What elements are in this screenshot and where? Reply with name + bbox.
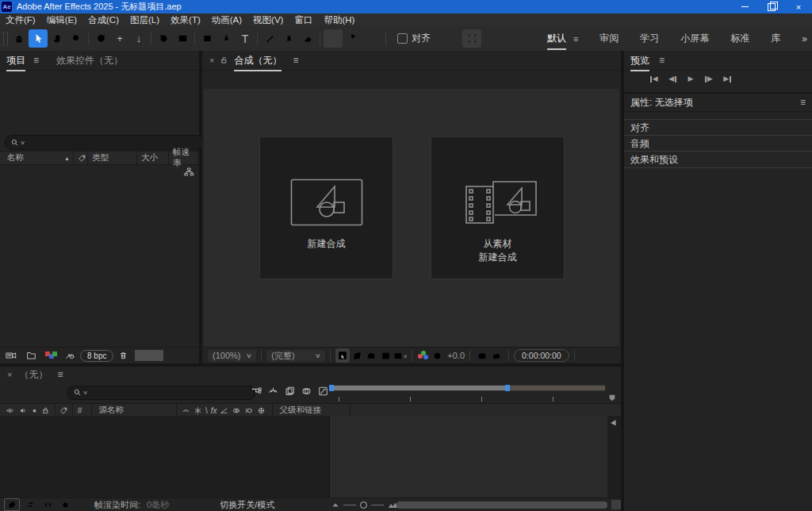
layer-number-column[interactable]: # <box>78 406 82 415</box>
snap-checkbox[interactable] <box>397 33 408 44</box>
workspace-menu-icon[interactable]: ≡ <box>573 34 578 44</box>
interpret-footage-button[interactable] <box>5 350 17 361</box>
timeline-search-box[interactable]: ∨ <box>67 386 255 400</box>
magnification-dropdown[interactable]: (100%)∨ <box>208 350 256 362</box>
graph-editor-button[interactable] <box>317 386 329 397</box>
menu-help[interactable]: 帮助(H) <box>318 14 360 26</box>
menu-composition[interactable]: 合成(C) <box>82 14 124 26</box>
column-type[interactable]: 类型 <box>87 152 136 164</box>
audio-panel-bar[interactable]: 音频 <box>624 135 812 152</box>
audio-icon[interactable] <box>18 406 28 415</box>
play-button[interactable]: ▶ <box>684 73 697 85</box>
column-label[interactable] <box>73 152 87 164</box>
local-axis-mode-button[interactable] <box>324 29 343 48</box>
bit-depth-button[interactable]: 8 bpc <box>80 350 113 362</box>
comp-tab-close-icon[interactable]: × <box>209 56 214 65</box>
source-name-column[interactable]: 源名称 <box>98 405 124 416</box>
expand-render-time-button[interactable] <box>58 499 72 510</box>
previous-frame-button[interactable]: ◀ <box>666 73 679 85</box>
lock-icon[interactable] <box>41 406 50 415</box>
snapshot-button[interactable] <box>475 348 489 363</box>
menu-window[interactable]: 窗口 <box>289 14 318 26</box>
restore-button[interactable] <box>758 0 785 13</box>
expand-in-out-button[interactable] <box>40 499 55 510</box>
parent-link-column[interactable]: 父级和链接 <box>279 405 321 416</box>
expand-layer-switches-button[interactable] <box>4 498 20 511</box>
show-snapshot-button[interactable] <box>489 348 504 363</box>
tab-timeline[interactable]: （无） <box>19 368 48 382</box>
tab-effect-controls[interactable]: 效果控件（无） <box>56 54 123 67</box>
workspace-overflow-button[interactable]: » <box>802 33 807 44</box>
label-column-icon[interactable] <box>59 406 68 415</box>
new-folder-button[interactable] <box>25 350 37 361</box>
menu-edit[interactable]: 编辑(E) <box>41 14 82 26</box>
type-tool[interactable]: T <box>236 29 255 48</box>
workspace-tab-default[interactable]: 默认 <box>547 32 566 45</box>
region-of-interest-button[interactable] <box>364 348 378 363</box>
menu-layer[interactable]: 图层(L) <box>124 14 165 26</box>
world-axis-mode-button[interactable] <box>343 29 362 48</box>
solo-icon[interactable]: ● <box>33 407 36 414</box>
time-navigator-bar[interactable] <box>334 386 505 390</box>
pixel-aspect-button[interactable]: ∨ <box>393 348 407 363</box>
project-panel-menu-icon[interactable]: ≡ <box>33 55 39 66</box>
tab-preview[interactable]: 预览 <box>630 54 649 67</box>
new-composition-from-footage-card[interactable]: 从素材 新建合成 <box>431 136 565 279</box>
brush-tool[interactable] <box>260 29 279 48</box>
workspace-tab-review[interactable]: 审阅 <box>599 32 619 45</box>
rotation-tool[interactable] <box>154 29 173 48</box>
timeline-zoom-slider[interactable] <box>331 501 399 509</box>
proxy-button[interactable] <box>64 351 75 361</box>
tab-composition[interactable]: 合成（无） <box>234 54 282 67</box>
column-size[interactable]: 大小 <box>136 152 168 164</box>
transparency-grid-button[interactable] <box>350 348 364 363</box>
workspace-tab-standard[interactable]: 标准 <box>730 32 749 45</box>
screenshot-region-button[interactable] <box>335 348 350 363</box>
effects-switch-icon[interactable]: fx <box>211 406 217 415</box>
trash-button[interactable] <box>118 350 128 361</box>
new-composition-card[interactable]: 新建合成 <box>259 136 393 279</box>
zoom-tool[interactable] <box>67 29 86 48</box>
project-search-input[interactable] <box>25 137 163 148</box>
expand-transfer-controls-button[interactable] <box>23 499 37 510</box>
column-name[interactable]: 名称 ▲ <box>3 152 73 164</box>
close-button[interactable]: × <box>785 0 812 13</box>
workspace-tab-small-screen[interactable]: 小屏幕 <box>680 32 709 45</box>
preview-panel-menu-icon[interactable]: ≡ <box>659 55 665 66</box>
menu-view[interactable]: 视图(V) <box>247 14 289 26</box>
collapse-transformations-icon[interactable] <box>193 406 202 415</box>
exposure-button[interactable] <box>430 348 444 363</box>
eye-icon[interactable] <box>5 406 15 415</box>
first-frame-button[interactable]: ◀ <box>648 73 661 85</box>
motion-blur-switch-icon[interactable] <box>244 406 254 415</box>
exposure-value[interactable]: +0.0 <box>447 351 465 360</box>
frame-blend-switch-icon[interactable] <box>232 406 241 415</box>
toggle-switches-modes-button[interactable]: 切换开关/模式 <box>220 499 274 511</box>
toolbar-grip[interactable] <box>3 32 8 46</box>
menu-effect[interactable]: 效果(T) <box>165 14 206 26</box>
workspace-tab-libraries[interactable]: 库 <box>771 32 780 45</box>
tab-project[interactable]: 项目 <box>6 54 25 67</box>
shy-layers-button[interactable] <box>267 386 279 397</box>
resolution-dropdown[interactable]: (完整)∨ <box>266 350 325 362</box>
next-frame-button[interactable]: ▶ <box>703 73 715 85</box>
zoom-slider-knob[interactable] <box>360 501 367 509</box>
guides-button[interactable] <box>378 348 393 363</box>
minimize-button[interactable] <box>731 0 758 13</box>
timecode-display[interactable]: 0:00:00:00 <box>514 349 569 362</box>
shy-switch-icon[interactable] <box>182 406 190 415</box>
horizontal-scrollbar[interactable] <box>396 501 607 509</box>
collapse-arrow-icon[interactable] <box>607 417 618 428</box>
timeline-search-input[interactable] <box>87 387 217 398</box>
snap-label[interactable]: 对齐 <box>412 32 431 45</box>
clone-stamp-tool[interactable] <box>279 29 298 48</box>
view-axis-mode-button[interactable] <box>362 29 381 48</box>
timeline-panel-menu-icon[interactable]: ≡ <box>57 369 63 380</box>
quality-switch-icon[interactable] <box>220 406 228 415</box>
threed-switch-icon[interactable] <box>257 406 266 415</box>
dolly-camera-tool[interactable]: ↓ <box>129 29 148 48</box>
workspace-tab-learn[interactable]: 学习 <box>640 32 659 45</box>
last-frame-button[interactable]: ▶ <box>721 73 733 85</box>
rectangle-tool[interactable] <box>197 29 216 48</box>
mini-flowchart-button[interactable] <box>251 386 262 397</box>
